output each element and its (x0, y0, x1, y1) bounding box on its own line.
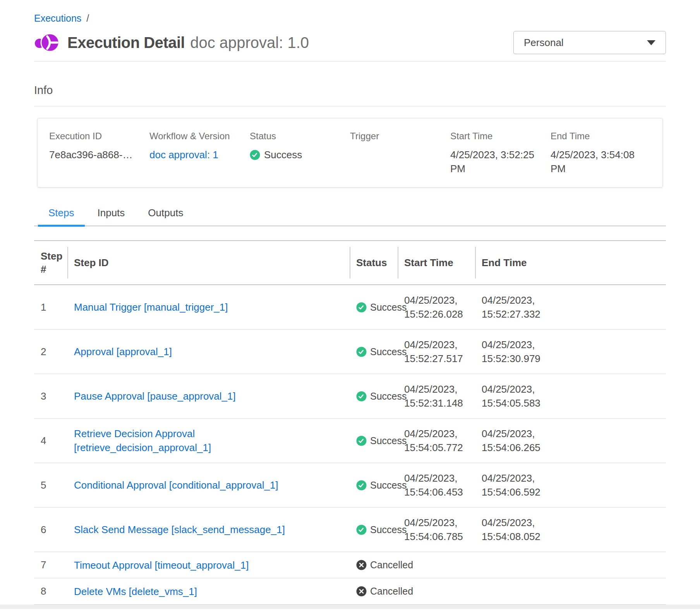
step-status-badge: Success (350, 342, 398, 362)
column-header-step-: Step # (34, 241, 67, 284)
tab-steps[interactable]: Steps (38, 207, 85, 226)
step-number: 8 (34, 581, 67, 602)
step-status-badge: Success (350, 520, 398, 540)
table-row: 4 Retrieve Decision Approval [retrieve_d… (34, 419, 666, 463)
success-icon (356, 302, 367, 313)
table-row: 5 Conditional Approval [conditional_appr… (34, 463, 666, 508)
info-divider (34, 106, 666, 106)
step-start-time: 04/25/2023, 15:54:06.785 (404, 516, 471, 544)
success-icon (250, 150, 260, 160)
success-icon (356, 525, 367, 535)
bottom-strip (0, 605, 700, 609)
step-status-badge: Success (350, 475, 398, 496)
table-row: 7 Timeout Approval [timeout_approval_1] … (34, 552, 666, 578)
workflow-version-link[interactable]: doc approval: 1 (149, 148, 218, 162)
info-field-label: Execution ID (49, 131, 143, 142)
step-id-link[interactable]: Pause Approval [pause_approval_1] (74, 389, 236, 403)
workspace-dropdown-value: Personal (524, 37, 564, 49)
step-start-time: 04/25/2023, 15:54:06.453 (404, 471, 471, 499)
chevron-down-icon (647, 40, 655, 45)
info-field-label: Workflow & Version (149, 131, 244, 142)
table-row: 2 Approval [approval_1] Success 04/25/20… (34, 330, 666, 374)
workflow-brand-icon (34, 31, 61, 54)
steps-table: Step #Step IDStatusStart TimeEnd Time 1 … (34, 240, 666, 605)
info-field-value: 4/25/2023, 3:52:25 PM (450, 148, 543, 176)
info-field: Trigger (350, 131, 450, 176)
step-number: 4 (34, 430, 67, 451)
step-id-link[interactable]: Timeout Approval [timeout_approval_1] (74, 558, 249, 572)
step-status-badge: Success (350, 386, 398, 407)
step-start-time: 04/25/2023, 15:52:31.148 (404, 382, 471, 410)
success-icon (356, 391, 367, 402)
step-start-time: 04/25/2023, 15:52:27.517 (404, 338, 471, 366)
info-field-label: Trigger (350, 131, 444, 142)
step-number: 2 (34, 341, 67, 362)
success-icon (356, 480, 367, 491)
step-start-time: 04/25/2023, 15:52:26.028 (404, 293, 471, 321)
status-badge: Success (250, 148, 344, 162)
column-header-status: Status (350, 241, 398, 284)
step-end-time: 04/25/2023, 15:52:27.332 (482, 293, 550, 321)
success-icon (356, 347, 367, 357)
tab-outputs[interactable]: Outputs (137, 207, 194, 226)
steps-table-header: Step #Step IDStatusStart TimeEnd Time (34, 240, 666, 285)
status-text: Success (264, 148, 302, 162)
step-id-link[interactable]: Approval [approval_1] (74, 345, 172, 359)
success-icon (356, 436, 367, 446)
cancelled-icon (356, 586, 367, 597)
step-id-link[interactable]: Manual Trigger [manual_trigger_1] (74, 300, 228, 314)
info-card: Execution ID 7e8ac396-a868-… Workflow & … (37, 118, 663, 188)
header-divider (34, 61, 666, 62)
step-end-time: 04/25/2023, 15:54:06.265 (482, 427, 550, 455)
step-id-link[interactable]: Retrieve Decision Approval [retrieve_dec… (74, 427, 329, 455)
info-field-label: Status (250, 131, 344, 142)
step-number: 3 (34, 386, 67, 407)
info-field-value (350, 148, 443, 162)
execution-detail-page: Executions / Execution Detail doc approv… (0, 0, 700, 609)
step-end-time: 04/25/2023, 15:52:30.979 (482, 338, 550, 366)
step-status-badge: Success (350, 431, 398, 451)
info-field: Execution ID 7e8ac396-a868-… (49, 131, 149, 176)
page-subtitle: doc approval: 1.0 (190, 34, 309, 51)
info-field: End Time 4/25/2023, 3:54:08 PM (551, 131, 651, 176)
step-id-link[interactable]: Conditional Approval [conditional_approv… (74, 478, 278, 492)
table-row: 1 Manual Trigger [manual_trigger_1] Succ… (34, 285, 666, 330)
info-section-heading: Info (34, 84, 666, 97)
info-field-value: 4/25/2023, 3:54:08 PM (551, 148, 643, 176)
column-header-end-time: End Time (475, 241, 666, 284)
info-field: Start Time 4/25/2023, 3:52:25 PM (450, 131, 551, 176)
step-number: 7 (34, 554, 67, 576)
step-number: 6 (34, 519, 67, 540)
step-end-time: 04/25/2023, 15:54:08.052 (482, 516, 550, 544)
info-field-label: End Time (551, 131, 645, 142)
step-start-time: 04/25/2023, 15:54:05.772 (404, 427, 471, 455)
page-header: Execution Detail doc approval: 1.0 Perso… (34, 30, 666, 55)
info-field-label: Start Time (450, 131, 544, 142)
step-id-link[interactable]: Delete VMs [delete_vms_1] (74, 585, 197, 598)
step-status-badge: Cancelled (350, 555, 398, 575)
breadcrumb-separator: / (86, 13, 89, 24)
step-number: 5 (34, 475, 67, 496)
cancelled-icon (356, 560, 367, 570)
column-header-step-id: Step ID (67, 241, 350, 284)
step-number: 1 (34, 297, 67, 318)
breadcrumb-executions-link[interactable]: Executions (34, 13, 81, 24)
step-end-time: 04/25/2023, 15:54:06.592 (482, 471, 550, 499)
step-end-time: 04/25/2023, 15:54:05.583 (482, 382, 550, 410)
step-id-link[interactable]: Slack Send Message [slack_send_message_1… (74, 523, 285, 537)
table-row: 6 Slack Send Message [slack_send_message… (34, 508, 666, 552)
breadcrumb: Executions / (34, 0, 666, 24)
steps-table-body: 1 Manual Trigger [manual_trigger_1] Succ… (34, 285, 666, 605)
column-header-start-time: Start Time (398, 241, 475, 284)
tab-bar: StepsInputsOutputs (34, 207, 666, 226)
step-status-badge: Cancelled (350, 581, 398, 602)
page-title: Execution Detail (67, 34, 185, 51)
table-row: 8 Delete VMs [delete_vms_1] Cancelled (34, 578, 666, 605)
tab-inputs[interactable]: Inputs (87, 207, 136, 226)
table-row: 3 Pause Approval [pause_approval_1] Succ… (34, 374, 666, 419)
step-status-badge: Success (350, 297, 398, 318)
info-field: Status Success (250, 131, 350, 176)
info-field: Workflow & Version doc approval: 1 (149, 131, 250, 176)
workspace-dropdown[interactable]: Personal (513, 31, 666, 54)
info-field-value: 7e8ac396-a868-… (49, 148, 142, 162)
